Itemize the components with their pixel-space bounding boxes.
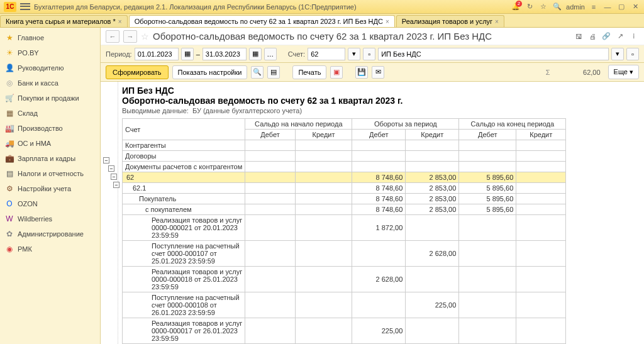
print-icon[interactable]: 🖨 — [587, 31, 597, 42]
generate-button[interactable]: Сформировать — [106, 65, 169, 79]
star-icon[interactable]: ☆ — [141, 31, 149, 42]
close-icon[interactable]: ✕ — [630, 2, 640, 12]
more-button[interactable]: Еще ▾ — [608, 65, 639, 79]
user-menu-icon[interactable]: ≡ — [589, 2, 599, 12]
link-icon[interactable]: 🔗 — [601, 31, 611, 42]
sidebar-icon: 🚚 — [5, 139, 14, 148]
table-row[interactable]: Поступление на расчетный счет 0000-00010… — [123, 292, 566, 318]
filter-icon[interactable]: ▤ — [267, 66, 280, 79]
sidebar-icon: ★ — [5, 33, 14, 42]
sidebar-item[interactable]: 👤Руководителю — [0, 60, 100, 75]
back-button[interactable]: ← — [106, 30, 119, 43]
close-tab-icon[interactable]: × — [386, 18, 389, 25]
sidebar-icon: 🏭 — [5, 124, 14, 133]
table-row[interactable]: с покупателем8 748,602 853,005 895,60 — [123, 204, 566, 215]
sidebar-item[interactable]: ▦Склад — [0, 106, 100, 121]
open-icon[interactable]: ▫ — [626, 48, 639, 60]
sidebar-icon: ◉ — [5, 245, 14, 253]
sidebar-label: Производство — [18, 125, 63, 132]
sidebar-item[interactable]: 🛒Покупки и продажи — [0, 91, 100, 106]
search-icon[interactable]: 🔍 — [552, 2, 562, 12]
table-row[interactable]: Покупатель8 748,602 853,005 895,60 — [123, 194, 566, 204]
report-subtitle: Выводимые данные: БУ (данные бухгалтерск… — [118, 107, 644, 118]
history-icon[interactable]: ↻ — [525, 2, 535, 12]
sidebar-item[interactable]: ▤Налоги и отчетность — [0, 166, 100, 181]
report-org: ИП Без НДС — [118, 82, 644, 96]
period-label: Период: — [106, 50, 132, 58]
export-icon[interactable]: ▣ — [330, 66, 343, 79]
report-table: Счет Сальдо на начало периода Обороты за… — [122, 118, 566, 344]
org-input[interactable] — [378, 48, 609, 60]
external-icon[interactable]: ↗ — [615, 31, 625, 42]
sidebar-label: Банк и касса — [18, 79, 58, 87]
maximize-icon[interactable]: ▢ — [616, 2, 626, 12]
sidebar-label: OZON — [18, 200, 38, 208]
sidebar-icon: 👤 — [5, 64, 14, 72]
account-label: Счет: — [288, 50, 305, 58]
close-tab-icon[interactable]: × — [495, 18, 499, 25]
save-icon[interactable]: 💾 — [355, 66, 368, 79]
table-row[interactable]: Поступление на расчетный счет 0000-00010… — [123, 241, 566, 267]
sidebar-item[interactable]: 🏭Производство — [0, 121, 100, 136]
sidebar-item[interactable]: 💼Зарплата и кадры — [0, 151, 100, 166]
tree-gutter: − − − − — [101, 82, 118, 344]
table-row[interactable]: Реализация товаров и услуг 0000-000017 о… — [123, 318, 566, 344]
bell-icon[interactable]: 🔔 — [511, 2, 521, 12]
sidebar-item[interactable]: ☀PO.BY — [0, 45, 100, 60]
sidebar-item[interactable]: ◉РМК — [0, 241, 100, 257]
close-tab-icon[interactable]: × — [118, 18, 122, 25]
minimize-icon[interactable]: — — [602, 2, 613, 12]
collapse-icon[interactable]: − — [108, 165, 114, 172]
settings-icon[interactable]: ⁞ — [629, 31, 639, 42]
date-from-input[interactable] — [135, 48, 179, 60]
find-icon[interactable]: 🔍 — [251, 66, 264, 79]
sidebar-label: Налоги и отчетность — [18, 170, 84, 177]
calendar-icon[interactable]: ▦ — [181, 48, 194, 60]
sidebar-item[interactable]: OOZON — [0, 196, 100, 211]
tab-item[interactable]: Оборотно-сальдовая ведомость по счету 62… — [129, 15, 395, 27]
user-label[interactable]: admin — [566, 3, 585, 11]
table-row[interactable]: 628 748,602 853,005 895,60 — [123, 172, 566, 183]
table-row[interactable]: 62.18 748,602 853,005 895,60 — [123, 183, 566, 194]
sidebar-label: Администрирование — [18, 230, 84, 238]
collapse-icon[interactable]: − — [111, 174, 117, 180]
period-picker-button[interactable]: … — [264, 48, 277, 60]
mail-icon[interactable]: ✉ — [372, 66, 384, 79]
favorite-icon[interactable]: ☆ — [538, 2, 548, 12]
show-settings-button[interactable]: Показать настройки — [172, 65, 248, 79]
sidebar-icon: W — [5, 214, 14, 223]
sidebar-item[interactable]: 🚚ОС и НМА — [0, 136, 100, 151]
table-row[interactable]: Реализация товаров и услуг 0000-000018 о… — [123, 267, 566, 292]
sidebar-label: Wildberries — [18, 215, 52, 223]
sidebar-icon: ☀ — [5, 48, 14, 57]
sidebar-item[interactable]: ★Главное — [0, 30, 100, 45]
calendar-icon[interactable]: ▦ — [249, 48, 262, 60]
collapse-icon[interactable]: − — [103, 157, 109, 164]
sidebar-icon: ◎ — [5, 79, 14, 87]
open-icon[interactable]: ▫ — [363, 48, 375, 60]
table-row[interactable]: Реализация товаров и услуг 0000-000021 о… — [123, 215, 566, 241]
sidebar-item[interactable]: ✿Администрирование — [0, 226, 100, 241]
app-title: Бухгалтерия для Беларуси, редакция 2.1. … — [34, 3, 357, 11]
sidebar-label: ОС и НМА — [18, 140, 51, 147]
report-title: Оборотно-сальдовая ведомость по счету 62… — [118, 96, 644, 107]
collapse-icon[interactable]: − — [113, 182, 119, 188]
print-button[interactable]: Печать — [292, 65, 326, 79]
save-icon[interactable]: 🖫 — [574, 31, 584, 42]
page-title: Оборотно-сальдовая ведомость по счету 62… — [153, 31, 492, 42]
sidebar-icon: 🛒 — [5, 94, 14, 103]
tab-item[interactable]: Книга учета сырья и материалов *× — [0, 15, 128, 27]
menu-icon[interactable] — [20, 3, 30, 11]
sidebar-label: РМК — [18, 245, 32, 253]
dropdown-icon[interactable]: ▾ — [611, 48, 624, 60]
date-to-input[interactable] — [203, 48, 247, 60]
forward-button[interactable]: → — [123, 30, 137, 43]
sidebar-item[interactable]: ⚙Настройки учета — [0, 181, 100, 196]
sidebar-item[interactable]: ◎Банк и касса — [0, 75, 100, 91]
sidebar-item[interactable]: WWildberries — [0, 211, 100, 226]
tab-item[interactable]: Реализация товаров и услуг× — [396, 15, 504, 27]
sidebar-label: Главное — [18, 34, 44, 42]
sidebar-icon: ▤ — [5, 169, 14, 178]
dropdown-icon[interactable]: ▾ — [348, 48, 360, 60]
account-input[interactable] — [308, 48, 345, 60]
